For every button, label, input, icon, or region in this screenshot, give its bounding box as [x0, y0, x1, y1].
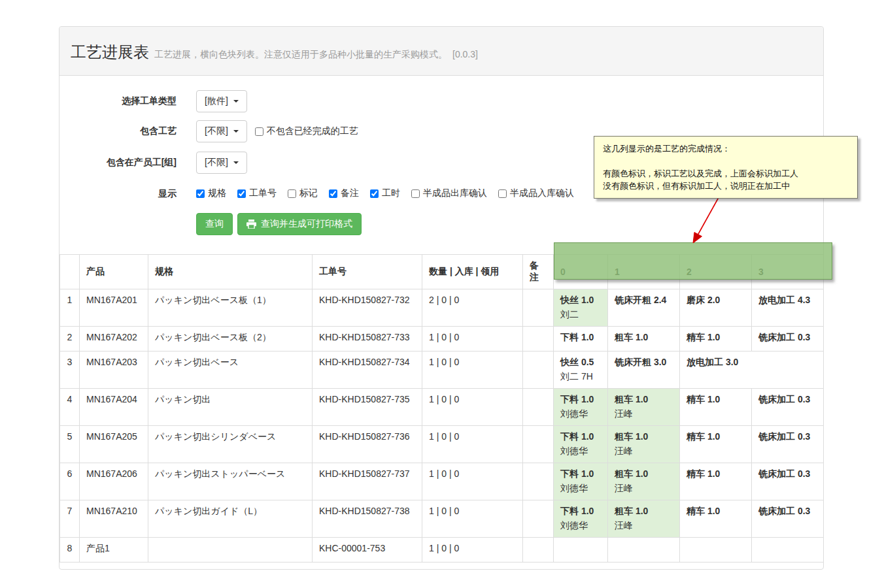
table-row: 7MN167A210パッキン切出ガイド（L）KHD-KHD150827-7381…	[60, 500, 824, 537]
quantity-cell: 1 | 0 | 0	[422, 326, 523, 351]
process-name-hours: 铣床加工 0.3	[758, 506, 817, 517]
display-option-label: 规格	[208, 188, 226, 199]
display-option-input[interactable]	[498, 189, 507, 198]
exclude-finished-checkbox-input[interactable]	[255, 127, 263, 136]
process-cell: 铣床加工 0.3	[752, 425, 824, 463]
process-name-hours: 精车 1.0	[687, 394, 745, 406]
display-option-input[interactable]	[370, 189, 379, 198]
process-cell: 粗车 1.0汪峰	[608, 463, 680, 500]
quantity-cell: 1 | 0 | 0	[422, 351, 523, 388]
process-cell: 铣床加工 0.3	[752, 463, 824, 500]
spec-cell: パッキン切出シリンダベース	[148, 425, 313, 463]
process-cell: 放电加工 4.3	[752, 289, 824, 326]
include-process-dropdown[interactable]: [不限]	[196, 120, 247, 142]
include-worker-label: 包含在产员工[组]	[59, 157, 196, 169]
caret-down-icon	[233, 161, 239, 164]
query-print-label: 查询并生成可打印格式	[261, 218, 352, 230]
table-body: 1MN167A201パッキン切出ベース板（1）KHD-KHD150827-732…	[60, 289, 824, 562]
display-option-checkbox[interactable]: 工单号	[237, 188, 277, 199]
quantity-cell: 1 | 0 | 0	[422, 500, 523, 537]
order-type-dropdown[interactable]: [散件]	[196, 90, 247, 112]
row-number-cell: 4	[60, 388, 80, 425]
query-button[interactable]: 查询	[196, 213, 233, 235]
column-header: 3	[752, 254, 824, 289]
process-worker: 汪峰	[615, 483, 673, 495]
display-option-input[interactable]	[196, 189, 205, 198]
product-cell: MN167A210	[80, 500, 148, 537]
display-option-checkbox[interactable]: 标记	[288, 188, 318, 199]
include-process-value: [不限]	[205, 125, 228, 137]
process-name-hours: 铣床开粗 2.4	[615, 295, 673, 306]
spec-cell: パッキン切出	[148, 388, 313, 425]
row-number-cell: 8	[60, 537, 80, 562]
process-worker: 刘二	[560, 309, 601, 321]
process-name-hours: 铣床加工 0.3	[758, 431, 817, 443]
process-name-hours: 下料 1.0	[560, 431, 601, 443]
display-option-label: 半成品出库确认	[423, 188, 487, 199]
process-progress-panel: 工艺进展表工艺进展，横向色块列表。注意仅适用于多品种小批量的生产采购模式。[0.…	[59, 26, 824, 570]
include-worker-value: [不限]	[205, 157, 228, 169]
table-row: 2MN167A202パッキン切出ベース板（2）KHD-KHD150827-733…	[60, 326, 824, 351]
process-name-hours: 铣床加工 0.3	[758, 468, 817, 480]
exclude-finished-checkbox[interactable]: 不包含已经完成的工艺	[255, 125, 358, 137]
note-cell	[523, 326, 554, 351]
process-name-hours: 快丝 1.0	[560, 295, 601, 306]
process-name-hours: 放电加工 4.3	[758, 295, 817, 306]
display-option-checkbox[interactable]: 规格	[196, 188, 226, 199]
spec-cell: パッキン切出ストッパーベース	[148, 463, 313, 500]
order-type-label: 选择工单类型	[59, 95, 196, 107]
note-cell	[523, 500, 554, 537]
note-cell	[523, 425, 554, 463]
process-cell: 粗车 1.0汪峰	[608, 388, 680, 425]
process-name-hours: 粗车 1.0	[615, 332, 673, 344]
process-name-hours: 下料 1.0	[560, 468, 601, 480]
panel-header: 工艺进展表工艺进展，横向色块列表。注意仅适用于多品种小批量的生产采购模式。[0.…	[59, 27, 823, 76]
row-number-cell: 1	[60, 289, 80, 326]
process-cell: 铣床开粗 3.0	[608, 351, 680, 388]
process-cell: 快丝 1.0刘二	[554, 289, 608, 326]
display-option-input[interactable]	[329, 189, 337, 198]
process-cell: 磨床 2.0	[680, 289, 752, 326]
process-name-hours: 铣床开粗 3.0	[615, 357, 673, 368]
product-cell: MN167A204	[80, 388, 148, 425]
row-number-cell: 7	[60, 500, 80, 537]
display-option-checkbox[interactable]: 工时	[370, 188, 400, 199]
tooltip-line: 有颜色标识，标识工艺以及完成，上面会标识加工人	[603, 167, 849, 180]
order-type-value: [散件]	[205, 95, 228, 107]
form-row-buttons: 查询 查询并生成可打印格式	[59, 213, 823, 235]
process-name-hours: 精车 1.0	[687, 506, 745, 517]
tooltip-line: 这几列显示的是工艺的完成情况：	[603, 142, 849, 155]
printer-icon	[246, 220, 256, 229]
display-option-checkbox[interactable]: 半成品出库确认	[411, 188, 487, 199]
process-cell: 精车 1.0	[680, 425, 752, 463]
row-number-cell: 5	[60, 425, 80, 463]
table-row: 5MN167A205パッキン切出シリンダベースKHD-KHD150827-736…	[60, 425, 824, 463]
display-option-input[interactable]	[288, 189, 296, 198]
work-order-cell: KHD-KHD150827-736	[313, 425, 422, 463]
process-cell-empty	[608, 537, 680, 562]
product-cell: MN167A206	[80, 463, 148, 500]
include-process-label: 包含工艺	[59, 125, 196, 137]
table-header-row: 产品规格工单号数量 | 入库 | 领用备注0123	[60, 254, 824, 289]
display-label: 显示	[59, 188, 196, 200]
process-cell-empty	[680, 537, 752, 562]
process-cell: 铣床开粗 2.4	[608, 289, 680, 326]
display-option-checkbox[interactable]: 备注	[329, 188, 359, 199]
process-cell: 精车 1.0	[680, 463, 752, 500]
query-print-button[interactable]: 查询并生成可打印格式	[237, 213, 362, 235]
display-option-input[interactable]	[411, 189, 420, 198]
include-worker-dropdown[interactable]: [不限]	[196, 152, 247, 174]
display-option-input[interactable]	[237, 189, 246, 198]
process-worker: 刘德华	[560, 520, 601, 532]
column-header: 产品	[80, 254, 148, 289]
page-title: 工艺进展表	[71, 43, 149, 61]
row-number-cell: 6	[60, 463, 80, 500]
process-worker: 汪峰	[615, 520, 673, 532]
exclude-finished-label: 不包含已经完成的工艺	[267, 125, 358, 137]
process-cell: 下料 1.0刘德华	[554, 463, 608, 500]
display-option-checkbox[interactable]: 半成品入库确认	[498, 188, 574, 199]
column-header: 2	[680, 254, 752, 289]
process-cell: 精车 1.0	[680, 326, 752, 351]
caret-down-icon	[233, 130, 239, 133]
column-header: 规格	[148, 254, 313, 289]
